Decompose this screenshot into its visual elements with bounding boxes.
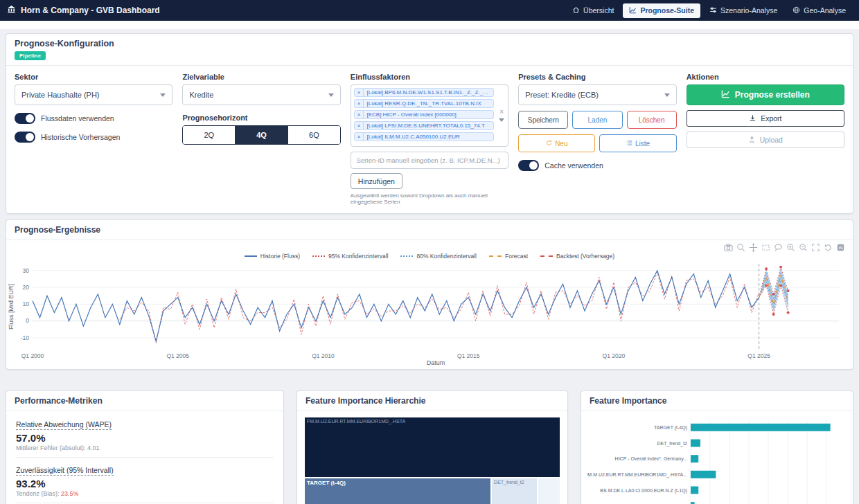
upload-icon xyxy=(748,136,756,145)
globe-icon xyxy=(792,6,800,15)
svg-text:-10: -10 xyxy=(21,334,30,341)
box-select-icon[interactable] xyxy=(760,242,771,252)
treemap-node-label: FM.M.U2.EUR.RT.MM.EURIBOR1MD_.HSTA xyxy=(304,417,560,426)
prognose-erstellen-button[interactable]: Prognose erstellen xyxy=(687,84,844,105)
treemap-node[interactable]: DET_trend_t2 xyxy=(491,478,538,504)
nav-item-geo-analyse[interactable]: Geo-Analyse xyxy=(786,3,852,18)
sliders-icon xyxy=(709,6,717,15)
forecast-chart[interactable]: -100102030Q1 2000Q1 2005Q1 2010Q1 2015Q1… xyxy=(6,261,844,366)
aktionen-column: Aktionen Prognose erstellen Export Uploa… xyxy=(687,73,844,205)
pan-icon[interactable] xyxy=(747,242,759,252)
flussdaten-toggle[interactable] xyxy=(15,113,35,124)
caret-down-icon xyxy=(160,93,166,97)
reliability-label: Zuverlässigkeit (95% Intervall) xyxy=(16,466,114,476)
horizont-label: Prognosehorizont xyxy=(182,114,340,122)
hinzufuegen-button[interactable]: Hinzufügen xyxy=(351,173,402,189)
legend-item[interactable]: 80% Konfidenzintervall xyxy=(400,253,476,260)
panel-title: Prognose-Konfiguration xyxy=(15,39,844,48)
main-nav: Übersicht Prognose-Suite Szenario-Analys… xyxy=(566,3,852,18)
loeschen-button[interactable]: Löschen xyxy=(627,111,677,129)
cache-toggle[interactable] xyxy=(518,160,539,171)
upload-button[interactable]: Upload xyxy=(687,132,844,148)
speichern-button[interactable]: Speichern xyxy=(518,111,568,129)
plotly-logo-icon[interactable] xyxy=(835,242,846,252)
treemap-node[interactable]: FM.M.U2.EUR.RT.MM.EURIBOR1MD_.HSTA xyxy=(304,417,560,478)
liste-button[interactable]: Liste xyxy=(599,134,676,152)
treemap-node[interactable] xyxy=(538,478,560,504)
einfluss-chip[interactable]: ×[Lokal] BP6.M.N.DE.W1.S1.S1.T.B.IN1._Z.… xyxy=(354,88,494,97)
nav-item-szenario-analyse[interactable]: Szenario-Analyse xyxy=(703,3,783,18)
svg-text:20: 20 xyxy=(23,284,30,291)
legend-item[interactable]: Forecast xyxy=(489,253,528,260)
nav-label: Übersicht xyxy=(583,6,614,15)
svg-text:10: 10 xyxy=(23,300,30,307)
sektor-value: Private Haushalte (PH) xyxy=(21,91,100,99)
chip-remove-icon[interactable]: × xyxy=(355,89,364,96)
feature-hierarchie-panel: Feature Importance Hierarchie FM.M.U2.EU… xyxy=(296,390,568,504)
svg-text:TARGET (t-4Q): TARGET (t-4Q) xyxy=(654,425,687,431)
page-strip xyxy=(0,21,859,29)
svg-text:Q1 2025: Q1 2025 xyxy=(747,352,770,359)
einfluss-chip[interactable]: ×[ECB] HICP - Overall index [000000] xyxy=(354,110,494,119)
svg-text:Q1 2005: Q1 2005 xyxy=(166,352,189,359)
bias-text: Tendenz (Bias): 23.5% xyxy=(16,490,274,497)
einfluss-chip[interactable]: ×[Lokal] LFSI.M.DE.S.UNEHRT.TOTAL0.15_74… xyxy=(354,121,494,130)
horizont-option-6q[interactable]: 6Q xyxy=(288,126,340,144)
historische-toggle[interactable] xyxy=(15,132,35,143)
horizont-option-2q[interactable]: 2Q xyxy=(183,126,236,144)
horizont-option-4q[interactable]: 4Q xyxy=(236,126,288,144)
zoom-out-icon[interactable] xyxy=(797,242,808,252)
wape-value: 57.0% xyxy=(16,432,274,444)
horizont-segmented: 2Q 4Q 6Q xyxy=(182,125,340,145)
lasso-icon[interactable] xyxy=(772,242,783,252)
caret-down-icon xyxy=(328,93,334,97)
metrics-title: Performance-Metriken xyxy=(6,391,283,411)
zielvariable-label: Zielvariable xyxy=(182,73,340,81)
einfluss-chip[interactable]: ×[Lokal] ILM.M.U2.C.A050100.U2.EUR xyxy=(354,132,494,141)
laden-button[interactable]: Laden xyxy=(572,111,622,129)
nav-item-prognose-suite[interactable]: Prognose-Suite xyxy=(623,3,700,18)
chip-remove-icon[interactable]: × xyxy=(355,111,364,118)
preset-value: Preset: Kredite (ECB) xyxy=(525,91,599,99)
svg-text:DET_trend_t2: DET_trend_t2 xyxy=(657,441,687,447)
chip-remove-icon[interactable]: × xyxy=(355,133,364,141)
einfluss-multiselect[interactable]: ×[Lokal] BP6.M.N.DE.W1.S1.S1.T.B.IN1._Z.… xyxy=(351,84,508,147)
zielvariable-select[interactable]: Kredite xyxy=(182,84,340,105)
svg-text:BS.M.DE.L.LA0.CI.0000.EUR.N.Z: BS.M.DE.L.LA0.CI.0000.EUR.N.Z (t-1Q) xyxy=(600,488,687,494)
chip-remove-icon[interactable]: × xyxy=(355,100,364,107)
zoom-in-icon[interactable] xyxy=(785,242,796,252)
export-button[interactable]: Export xyxy=(687,110,844,127)
zoom-icon[interactable] xyxy=(735,242,746,252)
legend-item[interactable]: Backtest (Vorhersage) xyxy=(540,253,614,260)
nav-item-uebersicht[interactable]: Übersicht xyxy=(566,3,620,18)
importance-chart[interactable]: 00.10.20.30.40.50.60.7TARGET (t-4Q)DET_t… xyxy=(587,414,846,504)
importance-title: Feature Importance xyxy=(581,391,853,411)
legend-item[interactable]: Historie (Fluss) xyxy=(245,253,300,260)
aktionen-label: Aktionen xyxy=(687,73,844,81)
preset-select[interactable]: Preset: Kredite (ECB) xyxy=(518,84,676,105)
legend-item[interactable]: 95% Konfidenzintervall xyxy=(312,253,388,260)
sektor-select[interactable]: Private Haushalte (PH) xyxy=(15,84,172,105)
svg-text:Q1 2015: Q1 2015 xyxy=(457,352,480,359)
config-header: Prognose-Konfiguration Pipeline xyxy=(6,34,853,66)
bank-icon xyxy=(7,5,16,16)
sektor-label: Sektor xyxy=(15,73,172,81)
chip-remove-icon[interactable]: × xyxy=(355,122,364,129)
treemap-node[interactable]: TARGET (t-4Q) xyxy=(304,478,491,504)
einfluss-hint: Ausgewählt werden sowohl Dropdown als au… xyxy=(351,192,508,205)
reset-axes-icon[interactable] xyxy=(822,242,833,252)
treemap[interactable]: FM.M.U2.EUR.RT.MM.EURIBOR1MD_.HSTATARGET… xyxy=(304,417,560,504)
einfluss-chip[interactable]: ×[Lokal] RESR.Q.DE._TN._TR.TVAL.10TB.N.I… xyxy=(354,99,494,108)
pipeline-badge: Pipeline xyxy=(15,51,46,60)
historische-label: Historische Vorhersagen xyxy=(41,133,120,141)
chart-line-icon xyxy=(721,89,730,100)
flussdaten-label: Flussdaten verwenden xyxy=(41,114,114,123)
clear-selection-icon[interactable]: × xyxy=(499,109,504,115)
caret-down-icon[interactable] xyxy=(499,118,504,122)
neu-button[interactable]: Neu xyxy=(518,134,595,152)
svg-text:Fluss [Mrd EUR]: Fluss [Mrd EUR] xyxy=(8,284,15,330)
caret-down-icon xyxy=(664,93,670,97)
serien-id-input[interactable] xyxy=(351,152,508,169)
camera-icon[interactable] xyxy=(723,242,734,252)
autoscale-icon[interactable] xyxy=(810,242,821,252)
